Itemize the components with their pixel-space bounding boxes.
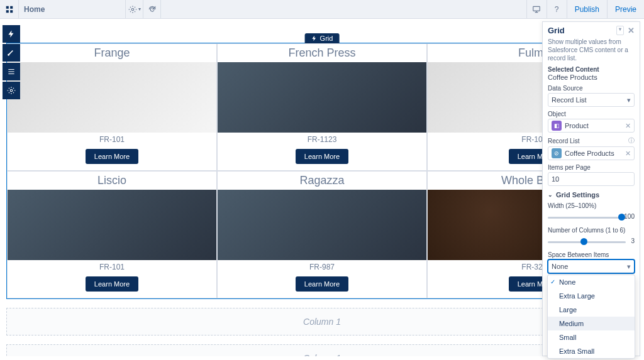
- card-title: Frange: [94, 44, 130, 62]
- cols-label: Number of Columns (1 to 6): [548, 227, 635, 234]
- topbar-right: ? Publish Previe: [526, 0, 644, 19]
- items-per-page-value: 10: [552, 175, 559, 183]
- grid-settings-section[interactable]: ⌄Grid Settings: [548, 191, 635, 199]
- object-icon: ◧: [552, 121, 562, 131]
- card-sku: FR-10: [521, 133, 542, 146]
- dropdown-option[interactable]: Extra Small: [548, 344, 635, 358]
- product-card: Frange FR-101 Learn More: [7, 43, 217, 171]
- link-icon: ⊘: [552, 148, 562, 158]
- dropdown-option[interactable]: Large: [548, 303, 635, 317]
- space-value: None: [552, 263, 568, 270]
- lightning-icon: [311, 35, 318, 41]
- refresh-icon: [148, 5, 157, 14]
- panel-description: Show multiple values from Salesforce CMS…: [548, 38, 635, 62]
- record-list-value: Coffee Products: [565, 150, 614, 157]
- clear-icon[interactable]: ✕: [625, 150, 631, 158]
- card-title: Ragazza: [299, 172, 344, 190]
- placeholder-label: Column 1: [303, 317, 341, 327]
- chevron-down-icon: ⌄: [548, 192, 553, 198]
- left-toolbar: [3, 25, 20, 99]
- page-title[interactable]: Home: [19, 0, 126, 19]
- svg-rect-2: [6, 10, 8, 13]
- space-between-select[interactable]: None ▾: [548, 259, 635, 273]
- settings-button[interactable]: ▾: [126, 0, 143, 19]
- card-title: French Press: [288, 44, 355, 62]
- product-image: [218, 190, 426, 260]
- dropdown-option[interactable]: None: [548, 275, 635, 289]
- brush-icon: [7, 48, 16, 57]
- lightning-icon: [7, 30, 16, 38]
- settings-tool[interactable]: [3, 82, 20, 99]
- dropdown-option[interactable]: Small: [548, 330, 635, 344]
- width-value: 100: [624, 213, 635, 220]
- desktop-preview-button[interactable]: [526, 0, 547, 19]
- card-sku: FR-101: [99, 260, 125, 274]
- gear-icon: [128, 5, 137, 14]
- page-title-label: Home: [24, 5, 45, 14]
- product-image: [218, 62, 426, 133]
- cols-slider[interactable]: 3: [548, 236, 635, 248]
- items-per-page-input[interactable]: 10: [548, 172, 635, 186]
- slider-thumb[interactable]: [580, 238, 587, 245]
- publish-label: Publish: [575, 5, 599, 14]
- record-list-select[interactable]: ⊘ Coffee Products ✕: [548, 146, 635, 160]
- preview-label: Previe: [615, 5, 636, 14]
- dropdown-option[interactable]: Extra Large: [548, 289, 635, 303]
- record-list-label: Record List ⓘ: [548, 136, 635, 145]
- publish-button[interactable]: Publish: [567, 0, 607, 19]
- structure-tool[interactable]: [3, 63, 20, 80]
- width-label: Width (25–100%): [548, 202, 635, 209]
- learn-more-button[interactable]: Learn More: [86, 276, 138, 292]
- card-sku: FR-1123: [308, 133, 337, 146]
- theme-tool[interactable]: [3, 44, 20, 62]
- space-label: Space Between Items: [548, 251, 635, 258]
- placeholder-label: Column 1: [303, 353, 341, 356]
- card-sku: FR-101: [99, 133, 125, 146]
- panel-header: Grid ▾ ✕: [548, 26, 635, 35]
- learn-more-button[interactable]: Learn More: [296, 276, 348, 292]
- object-value: Product: [565, 122, 589, 129]
- chevron-down-icon: ▾: [627, 263, 631, 271]
- card-title: Liscio: [97, 172, 126, 190]
- list-icon: [7, 67, 16, 76]
- svg-point-4: [131, 8, 134, 11]
- top-bar: Home ▾ ? Publish Previe: [0, 0, 644, 19]
- cols-value: 3: [631, 237, 635, 244]
- topbar-left: Home ▾: [0, 0, 526, 19]
- preview-button[interactable]: Previe: [607, 0, 644, 19]
- card-sku: FR-32: [521, 260, 542, 274]
- slider-track: [548, 217, 626, 219]
- width-slider[interactable]: 100: [548, 212, 635, 223]
- object-label: Object: [548, 111, 635, 117]
- info-icon[interactable]: ⓘ: [628, 136, 635, 145]
- app-icon[interactable]: [0, 0, 19, 19]
- clear-icon[interactable]: ✕: [625, 122, 631, 130]
- product-card: Liscio FR-101 Learn More: [7, 171, 217, 298]
- svg-point-6: [10, 89, 13, 92]
- svg-rect-0: [6, 6, 8, 8]
- product-image: [8, 62, 216, 133]
- data-source-select[interactable]: Record List ▾: [548, 93, 635, 107]
- components-tool[interactable]: [3, 25, 20, 43]
- space-dropdown: None Extra Large Large Medium Small Extr…: [547, 275, 635, 359]
- svg-rect-5: [533, 6, 540, 11]
- refresh-button[interactable]: [143, 0, 161, 19]
- close-icon[interactable]: ✕: [628, 26, 635, 35]
- product-card: Ragazza FR-987 Learn More: [217, 171, 427, 298]
- dropdown-option[interactable]: Medium: [548, 317, 635, 330]
- component-badge-label: Grid: [320, 35, 333, 42]
- items-per-page-label: Items per Page: [548, 164, 635, 171]
- grid-icon: [5, 5, 14, 14]
- help-icon: ?: [555, 5, 559, 14]
- card-sku: FR-987: [309, 260, 335, 274]
- desktop-icon: [532, 5, 541, 14]
- panel-menu-button[interactable]: ▾: [616, 26, 624, 35]
- data-source-label: Data Source: [548, 85, 635, 92]
- learn-more-button[interactable]: Learn More: [86, 149, 138, 164]
- svg-rect-1: [10, 6, 13, 8]
- help-button[interactable]: ?: [547, 0, 567, 19]
- object-select[interactable]: ◧ Product ✕: [548, 119, 635, 133]
- learn-more-button[interactable]: Learn More: [296, 149, 348, 164]
- gear-icon: [7, 86, 16, 95]
- component-badge: Grid: [305, 33, 340, 43]
